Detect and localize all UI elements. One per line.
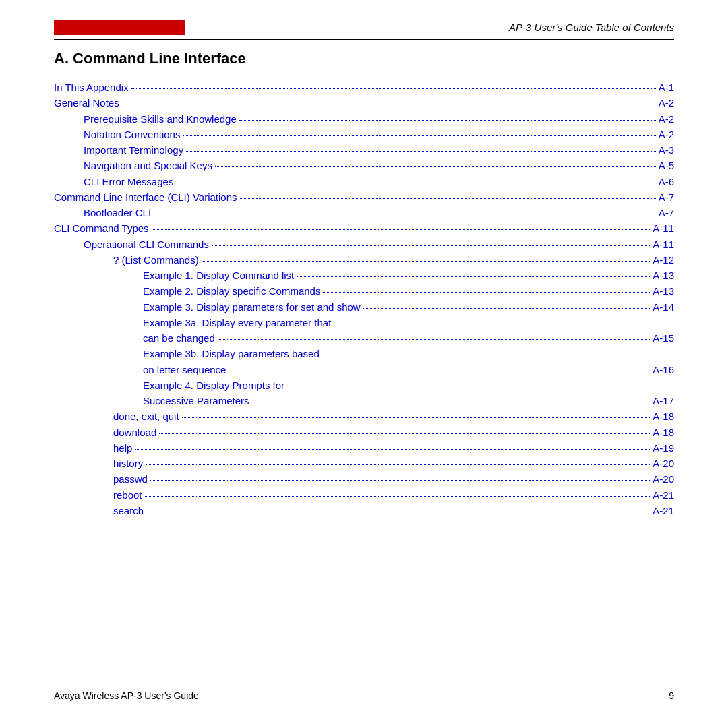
toc-label: General Notes (54, 95, 119, 111)
toc-dots (182, 417, 650, 418)
toc-item-download[interactable]: download A-18 (54, 425, 674, 440)
toc-item-operational-cli[interactable]: Operational CLI Commands A-11 (54, 237, 674, 252)
toc-dots (122, 104, 656, 104)
toc-item-reboot[interactable]: reboot A-21 (54, 487, 674, 503)
toc-label: In This Appendix (54, 80, 129, 95)
toc-label: passwd (113, 471, 148, 487)
toc-page: A-20 (653, 456, 674, 471)
toc-label-cont: can be changed (143, 330, 215, 346)
toc-page: A-18 (653, 425, 674, 440)
toc-label-text: Example 3b. Display parameters based (143, 348, 320, 359)
toc-item-cli-command-types[interactable]: CLI Command Types A-11 (54, 220, 674, 236)
toc-item-prerequisite-skills[interactable]: Prerequisite Skills and Knowledge A-2 (54, 111, 674, 127)
toc-page: A-7 (659, 205, 674, 220)
toc-page: A-11 (653, 220, 674, 236)
toc-label: search (113, 503, 144, 518)
toc-dots (145, 496, 650, 497)
toc-item-example3a[interactable]: Example 3a. Display every parameter that… (54, 315, 674, 346)
toc-label: Prerequisite Skills and Knowledge (84, 111, 237, 127)
toc-item-in-this-appendix[interactable]: In This Appendix A-1 (54, 80, 674, 95)
toc-item-search[interactable]: search A-21 (54, 503, 674, 518)
toc-dots (186, 151, 656, 152)
toc-page: A-6 (659, 174, 674, 189)
toc-label-cont: Successive Parameters (143, 393, 249, 408)
toc-page: A-17 (653, 393, 674, 408)
toc-page: A-21 (653, 487, 674, 503)
toc-dots (215, 166, 656, 167)
toc-label-cont: on letter sequence (143, 362, 226, 377)
toc-item-notation-conventions[interactable]: Notation Conventions A-2 (54, 127, 674, 142)
toc-label-line1: Example 3a. Display every parameter that (143, 315, 674, 330)
toc-page: A-19 (653, 440, 674, 456)
toc-dots (152, 229, 650, 230)
toc-label: download (113, 425, 156, 440)
toc-label: ? (List Commands) (113, 252, 199, 268)
toc-item-bootloader-cli[interactable]: Bootloader CLI A-7 (54, 205, 674, 220)
toc-dots (159, 433, 650, 434)
toc-dots (176, 183, 655, 183)
toc-page: A-13 (653, 283, 674, 299)
toc-label: Notation Conventions (84, 127, 180, 142)
toc-item-navigation-special-keys[interactable]: Navigation and Special Keys A-5 (54, 158, 674, 173)
toc-label: Bootloader CLI (84, 205, 151, 220)
toc-label: Command Line Interface (CLI) Variations (54, 189, 237, 205)
toc-dots (183, 135, 655, 136)
toc-item-general-notes[interactable]: General Notes A-2 (54, 95, 674, 111)
toc-label-line2: on letter sequence A-16 (143, 362, 674, 377)
toc-page: A-14 (653, 299, 674, 315)
toc-dots (239, 120, 656, 121)
footer-right: 9 (669, 690, 674, 701)
toc-dots (150, 480, 650, 481)
header-title: AP-3 User's Guide Table of Contents (509, 20, 674, 33)
toc-item-history[interactable]: history A-20 (54, 456, 674, 471)
toc-label: Operational CLI Commands (84, 237, 209, 252)
toc-dots (297, 276, 650, 277)
toc-label: Important Terminology (84, 142, 183, 158)
page-footer: Avaya Wireless AP-3 User's Guide 9 (54, 684, 674, 701)
header-rule (54, 39, 674, 40)
toc-dots (135, 449, 650, 450)
toc-label-text: Example 3. Display parameters for set an… (143, 299, 361, 315)
toc-label-line2: can be changed A-15 (143, 330, 674, 346)
toc-label-line1: Example 3b. Display parameters based (143, 346, 674, 361)
toc-label: reboot (113, 487, 142, 503)
toc-label-line2: Successive Parameters A-17 (143, 393, 674, 408)
toc-page: A-2 (659, 111, 674, 127)
toc-dots (202, 261, 650, 262)
toc-item-example3b[interactable]: Example 3b. Display parameters based on … (54, 346, 674, 377)
toc-dots (146, 512, 650, 512)
toc-dots (240, 198, 656, 199)
toc-item-help[interactable]: help A-19 (54, 440, 674, 456)
toc-page: A-12 (653, 252, 674, 268)
toc-item-passwd[interactable]: passwd A-20 (54, 471, 674, 487)
toc-label: Example 2. Display specific Commands (143, 283, 320, 299)
toc-label-line1: Example 4. Display Prompts for (143, 377, 674, 393)
toc-item-done-exit-quit[interactable]: done, exit, quit A-18 (54, 408, 674, 424)
toc-page: A-2 (659, 95, 674, 111)
toc-label: help (113, 440, 132, 456)
toc-item-list-commands[interactable]: ? (List Commands) A-12 (54, 252, 674, 268)
toc-item-cli-variations[interactable]: Command Line Interface (CLI) Variations … (54, 189, 674, 205)
toc-item-important-terminology[interactable]: Important Terminology A-3 (54, 142, 674, 158)
toc-item-example2[interactable]: Example 2. Display specific Commands A-1… (54, 283, 674, 299)
toc-dots (218, 339, 650, 340)
toc-page: A-15 (653, 330, 674, 346)
toc-label: Example 1. Display Command list (143, 268, 294, 283)
toc-item-cli-error-messages[interactable]: CLI Error Messages A-6 (54, 174, 674, 189)
toc-page: A-20 (653, 471, 674, 487)
header-red-bar (54, 20, 185, 35)
toc-dots (229, 371, 650, 371)
toc-label-text: Example 4. Display Prompts for (143, 380, 284, 391)
toc-page: A-1 (659, 80, 674, 95)
toc-label: CLI Error Messages (84, 174, 173, 189)
toc-dots (131, 88, 656, 89)
toc-item-example4[interactable]: Example 4. Display Prompts for Successiv… (54, 377, 674, 409)
toc-dots (323, 292, 650, 293)
toc-page: A-2 (659, 127, 674, 142)
toc-page: A-21 (653, 503, 674, 518)
toc-label-line1: Example 3. Display parameters for set an… (143, 299, 674, 315)
toc-item-example1[interactable]: Example 1. Display Command list A-13 (54, 268, 674, 283)
table-of-contents: In This Appendix A-1 General Notes A-2 P… (54, 80, 674, 518)
toc-item-example3[interactable]: Example 3. Display parameters for set an… (54, 299, 674, 315)
toc-page: A-18 (653, 408, 674, 424)
